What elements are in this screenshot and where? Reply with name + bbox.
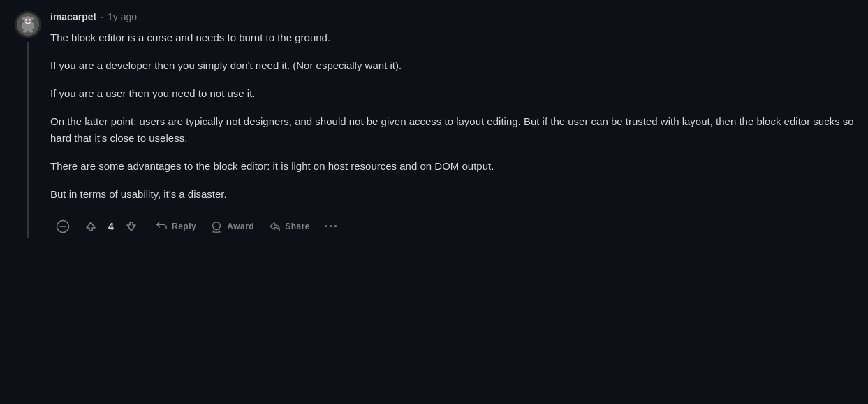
vote-section: 4 (78, 215, 144, 238)
paragraph-2: If you are a developer then you simply d… (50, 57, 854, 74)
award-button[interactable]: Award (205, 216, 260, 237)
paragraph-4: On the latter point: users are typically… (50, 113, 854, 147)
paragraph-5: There are some advantages to the block e… (50, 158, 854, 175)
collapse-button[interactable] (50, 215, 75, 238)
share-label: Share (285, 222, 310, 231)
comment-container: imacarpet · 1y ago The block editor is a… (0, 0, 868, 249)
avatar (15, 11, 41, 38)
svg-point-11 (23, 30, 27, 33)
left-column (14, 11, 42, 238)
reply-label: Reply (172, 222, 196, 231)
downvote-button[interactable] (119, 215, 144, 238)
paragraph-1: The block editor is a curse and needs to… (50, 29, 854, 46)
paragraph-6: But in terms of usability, it's a disast… (50, 186, 854, 203)
paragraph-3: If you are a user then you need to not u… (50, 85, 854, 102)
collapse-icon (56, 219, 70, 233)
share-button[interactable]: Share (263, 216, 316, 237)
timestamp: 1y ago (108, 11, 137, 22)
upvote-icon (84, 219, 98, 233)
comment-header: imacarpet · 1y ago (50, 11, 854, 22)
dot-separator: · (101, 11, 103, 22)
svg-point-8 (29, 20, 31, 21)
thread-line (27, 42, 29, 238)
reply-icon (155, 220, 168, 233)
right-column: imacarpet · 1y ago The block editor is a… (50, 11, 854, 238)
award-icon (210, 220, 223, 233)
downvote-icon (124, 219, 138, 233)
username[interactable]: imacarpet (50, 11, 96, 22)
more-options-button[interactable]: ··· (318, 216, 344, 237)
svg-point-12 (29, 30, 33, 33)
svg-point-7 (26, 20, 27, 21)
upvote-button[interactable] (78, 215, 103, 238)
comment-actions: 4 Reply (50, 212, 854, 238)
award-label: Award (227, 222, 254, 231)
vote-count: 4 (108, 221, 115, 232)
reply-button[interactable]: Reply (149, 216, 202, 237)
svg-point-15 (213, 222, 221, 230)
comment-body: The block editor is a curse and needs to… (50, 29, 854, 203)
more-dots: ··· (324, 220, 339, 233)
share-icon (268, 220, 281, 233)
